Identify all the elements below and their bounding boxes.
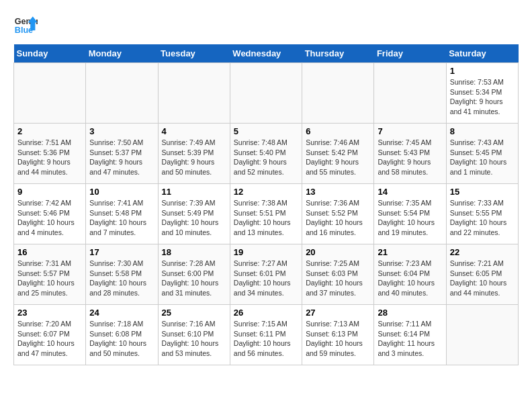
day-number: 24	[89, 308, 154, 318]
day-info: Sunrise: 7:48 AM Sunset: 5:40 PM Dayligh…	[234, 138, 298, 177]
day-info: Sunrise: 7:45 AM Sunset: 5:43 PM Dayligh…	[378, 138, 442, 177]
day-cell: 1Sunrise: 7:53 AM Sunset: 5:34 PM Daylig…	[446, 63, 518, 124]
day-number: 15	[450, 187, 515, 197]
day-info: Sunrise: 7:15 AM Sunset: 6:11 PM Dayligh…	[234, 319, 298, 359]
calendar-table: SundayMondayTuesdayWednesdayThursdayFrid…	[13, 44, 519, 365]
day-cell: 7Sunrise: 7:45 AM Sunset: 5:43 PM Daylig…	[374, 124, 446, 184]
day-cell: 4Sunrise: 7:49 AM Sunset: 5:39 PM Daylig…	[158, 124, 230, 184]
day-cell: 10Sunrise: 7:41 AM Sunset: 5:48 PM Dayli…	[86, 184, 158, 244]
weekday-header-saturday: Saturday	[446, 44, 518, 63]
day-number: 11	[162, 187, 226, 197]
day-number: 17	[89, 247, 154, 257]
day-info: Sunrise: 7:49 AM Sunset: 5:39 PM Dayligh…	[162, 138, 226, 177]
logo: General Blue	[13, 13, 38, 38]
day-cell: 25Sunrise: 7:16 AM Sunset: 6:10 PM Dayli…	[158, 305, 230, 365]
day-cell: 8Sunrise: 7:43 AM Sunset: 5:45 PM Daylig…	[446, 124, 518, 184]
week-row-2: 2Sunrise: 7:51 AM Sunset: 5:36 PM Daylig…	[14, 124, 519, 184]
day-number: 26	[234, 308, 298, 318]
day-number: 16	[17, 247, 82, 257]
day-number: 7	[378, 126, 442, 136]
day-number: 12	[234, 187, 298, 197]
day-info: Sunrise: 7:27 AM Sunset: 6:01 PM Dayligh…	[234, 259, 298, 298]
day-number: 13	[306, 187, 370, 197]
day-cell	[302, 63, 374, 124]
day-info: Sunrise: 7:43 AM Sunset: 5:45 PM Dayligh…	[450, 138, 515, 177]
day-info: Sunrise: 7:41 AM Sunset: 5:48 PM Dayligh…	[89, 198, 154, 238]
day-number: 10	[89, 187, 154, 197]
day-number: 23	[17, 308, 82, 318]
day-cell: 19Sunrise: 7:27 AM Sunset: 6:01 PM Dayli…	[230, 244, 302, 305]
day-info: Sunrise: 7:23 AM Sunset: 6:04 PM Dayligh…	[378, 259, 442, 298]
day-info: Sunrise: 7:31 AM Sunset: 5:57 PM Dayligh…	[17, 259, 82, 298]
day-info: Sunrise: 7:30 AM Sunset: 5:58 PM Dayligh…	[89, 259, 154, 298]
day-cell: 17Sunrise: 7:30 AM Sunset: 5:58 PM Dayli…	[86, 244, 158, 305]
day-number: 3	[89, 126, 154, 136]
day-info: Sunrise: 7:21 AM Sunset: 6:05 PM Dayligh…	[450, 259, 515, 298]
day-number: 5	[234, 126, 298, 136]
weekday-header-friday: Friday	[374, 44, 446, 63]
day-cell: 28Sunrise: 7:11 AM Sunset: 6:14 PM Dayli…	[374, 305, 446, 365]
day-cell: 6Sunrise: 7:46 AM Sunset: 5:42 PM Daylig…	[302, 124, 374, 184]
day-info: Sunrise: 7:53 AM Sunset: 5:34 PM Dayligh…	[450, 77, 515, 117]
day-number: 4	[162, 126, 226, 136]
day-info: Sunrise: 7:11 AM Sunset: 6:14 PM Dayligh…	[378, 319, 442, 359]
day-number: 21	[378, 247, 442, 257]
day-info: Sunrise: 7:33 AM Sunset: 5:55 PM Dayligh…	[450, 198, 515, 238]
day-cell: 27Sunrise: 7:13 AM Sunset: 6:13 PM Dayli…	[302, 305, 374, 365]
day-number: 9	[17, 187, 82, 197]
day-cell	[86, 63, 158, 124]
day-info: Sunrise: 7:50 AM Sunset: 5:37 PM Dayligh…	[89, 138, 154, 177]
weekday-header-sunday: Sunday	[14, 44, 86, 63]
svg-text:Blue: Blue	[15, 26, 33, 35]
day-cell: 13Sunrise: 7:36 AM Sunset: 5:52 PM Dayli…	[302, 184, 374, 244]
day-cell: 9Sunrise: 7:42 AM Sunset: 5:46 PM Daylig…	[14, 184, 86, 244]
day-cell: 16Sunrise: 7:31 AM Sunset: 5:57 PM Dayli…	[14, 244, 86, 305]
day-info: Sunrise: 7:25 AM Sunset: 6:03 PM Dayligh…	[306, 259, 370, 298]
day-number: 8	[450, 126, 515, 136]
week-row-4: 16Sunrise: 7:31 AM Sunset: 5:57 PM Dayli…	[14, 244, 519, 305]
day-cell: 15Sunrise: 7:33 AM Sunset: 5:55 PM Dayli…	[446, 184, 518, 244]
day-cell: 18Sunrise: 7:28 AM Sunset: 6:00 PM Dayli…	[158, 244, 230, 305]
weekday-header-tuesday: Tuesday	[158, 44, 230, 63]
day-info: Sunrise: 7:39 AM Sunset: 5:49 PM Dayligh…	[162, 198, 226, 238]
day-number: 2	[17, 126, 82, 136]
day-cell: 22Sunrise: 7:21 AM Sunset: 6:05 PM Dayli…	[446, 244, 518, 305]
week-row-1: 1Sunrise: 7:53 AM Sunset: 5:34 PM Daylig…	[14, 63, 519, 124]
day-cell	[446, 305, 518, 365]
week-row-5: 23Sunrise: 7:20 AM Sunset: 6:07 PM Dayli…	[14, 305, 519, 365]
header: General Blue	[13, 13, 519, 38]
day-number: 18	[162, 247, 226, 257]
day-cell: 3Sunrise: 7:50 AM Sunset: 5:37 PM Daylig…	[86, 124, 158, 184]
day-cell: 26Sunrise: 7:15 AM Sunset: 6:11 PM Dayli…	[230, 305, 302, 365]
day-cell	[374, 63, 446, 124]
day-cell: 11Sunrise: 7:39 AM Sunset: 5:49 PM Dayli…	[158, 184, 230, 244]
weekday-header-thursday: Thursday	[302, 44, 374, 63]
day-info: Sunrise: 7:51 AM Sunset: 5:36 PM Dayligh…	[17, 138, 82, 177]
weekday-header-wednesday: Wednesday	[230, 44, 302, 63]
day-number: 28	[378, 308, 442, 318]
day-cell: 2Sunrise: 7:51 AM Sunset: 5:36 PM Daylig…	[14, 124, 86, 184]
day-info: Sunrise: 7:38 AM Sunset: 5:51 PM Dayligh…	[234, 198, 298, 238]
week-row-3: 9Sunrise: 7:42 AM Sunset: 5:46 PM Daylig…	[14, 184, 519, 244]
logo-icon: General Blue	[13, 13, 38, 38]
day-info: Sunrise: 7:18 AM Sunset: 6:08 PM Dayligh…	[89, 319, 154, 359]
day-info: Sunrise: 7:20 AM Sunset: 6:07 PM Dayligh…	[17, 319, 82, 359]
day-cell: 23Sunrise: 7:20 AM Sunset: 6:07 PM Dayli…	[14, 305, 86, 365]
day-info: Sunrise: 7:13 AM Sunset: 6:13 PM Dayligh…	[306, 319, 370, 359]
day-cell: 5Sunrise: 7:48 AM Sunset: 5:40 PM Daylig…	[230, 124, 302, 184]
weekday-header-row: SundayMondayTuesdayWednesdayThursdayFrid…	[14, 44, 519, 63]
weekday-header-monday: Monday	[86, 44, 158, 63]
day-number: 6	[306, 126, 370, 136]
day-info: Sunrise: 7:16 AM Sunset: 6:10 PM Dayligh…	[162, 319, 226, 359]
day-cell: 21Sunrise: 7:23 AM Sunset: 6:04 PM Dayli…	[374, 244, 446, 305]
day-number: 22	[450, 247, 515, 257]
day-info: Sunrise: 7:36 AM Sunset: 5:52 PM Dayligh…	[306, 198, 370, 238]
day-cell: 24Sunrise: 7:18 AM Sunset: 6:08 PM Dayli…	[86, 305, 158, 365]
day-number: 1	[450, 66, 515, 76]
day-cell: 14Sunrise: 7:35 AM Sunset: 5:54 PM Dayli…	[374, 184, 446, 244]
day-number: 27	[306, 308, 370, 318]
day-number: 20	[306, 247, 370, 257]
day-number: 25	[162, 308, 226, 318]
day-info: Sunrise: 7:35 AM Sunset: 5:54 PM Dayligh…	[378, 198, 442, 238]
day-cell	[14, 63, 86, 124]
